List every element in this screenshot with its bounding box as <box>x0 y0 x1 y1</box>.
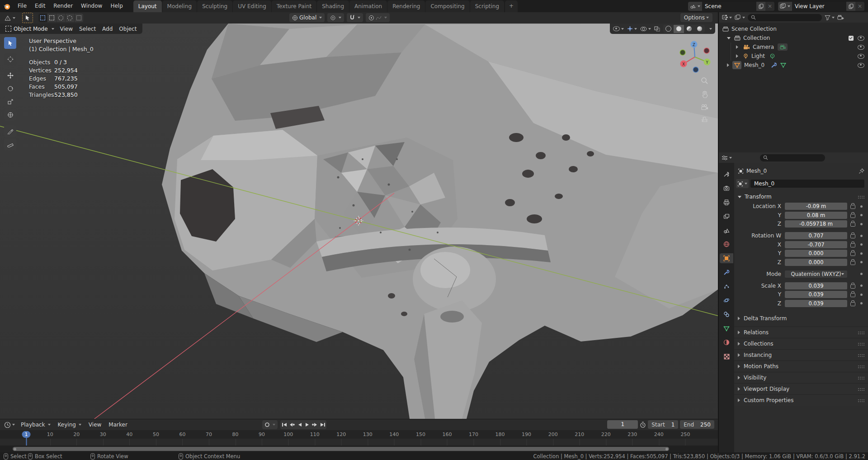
view-layer-browse-button[interactable] <box>778 2 792 11</box>
pan-hand-button[interactable] <box>701 90 708 98</box>
light-data-icon[interactable] <box>769 53 775 59</box>
camera-data-icon[interactable] <box>778 43 788 51</box>
navigation-gizmo[interactable]: X Y Z <box>673 36 714 78</box>
panel-grip-icon[interactable] <box>858 195 864 199</box>
tool-cursor[interactable] <box>4 53 16 65</box>
properties-section[interactable]: Delta Transform <box>734 313 868 324</box>
lock-icon[interactable] <box>850 261 855 265</box>
proportional-editing-dropdown[interactable] <box>366 13 390 22</box>
lock-icon[interactable] <box>850 302 855 306</box>
add-workspace-button[interactable]: + <box>505 0 518 12</box>
timeline-menu-item[interactable]: Marker <box>105 422 131 428</box>
tab-tool[interactable] <box>720 169 733 179</box>
shading-options-dropdown[interactable] <box>709 28 712 30</box>
scene-unlink-button[interactable]: ✕ <box>765 2 774 11</box>
tool-scale[interactable] <box>4 96 16 108</box>
menu-item[interactable]: File <box>14 0 31 12</box>
tab-object[interactable] <box>720 253 733 263</box>
tab-view-layer[interactable] <box>720 211 733 221</box>
disclosure-closed-icon[interactable] <box>736 54 738 58</box>
transform-panel-header[interactable]: Transform <box>734 192 868 202</box>
outliner-display-mode-dropdown[interactable] <box>735 14 745 20</box>
mode-dropdown[interactable]: Object Mode <box>4 26 56 32</box>
viewport-menu-item[interactable]: Object <box>116 26 140 32</box>
animate-dot[interactable] <box>860 273 863 275</box>
tab-scene[interactable] <box>720 225 733 235</box>
workspace-tab[interactable]: Layout <box>133 0 162 12</box>
tool-select-box[interactable] <box>4 37 16 49</box>
tool-measure[interactable] <box>4 138 16 150</box>
value-field[interactable]: -0.09 m <box>785 203 847 210</box>
editor-type-outliner-icon[interactable] <box>722 14 732 20</box>
disclosure-closed-icon[interactable] <box>727 63 729 67</box>
disclosure-closed-icon[interactable] <box>736 45 738 49</box>
new-collection-button[interactable] <box>837 14 844 20</box>
use-preview-range-icon[interactable] <box>640 422 646 428</box>
overlays-dropdown[interactable] <box>640 26 651 32</box>
workspace-tab[interactable]: Shading <box>317 0 349 12</box>
viewport-menu-item[interactable]: View <box>57 26 76 32</box>
3d-viewport[interactable]: Object Mode ViewSelectAddObject <box>0 24 718 419</box>
hide-eye-icon[interactable] <box>858 45 864 50</box>
lock-icon[interactable] <box>850 252 855 256</box>
menu-item[interactable]: Window <box>77 0 106 12</box>
snap-toggle-dropdown[interactable] <box>347 13 363 22</box>
gizmos-dropdown[interactable] <box>627 26 637 32</box>
jump-to-end-button[interactable] <box>319 420 326 429</box>
value-field[interactable]: 0.08 m <box>785 212 847 219</box>
properties-section[interactable]: Viewport Display <box>734 383 868 394</box>
auto-keying-toggle[interactable] <box>262 420 278 429</box>
menu-item[interactable]: Edit <box>31 0 49 12</box>
select-mode-circle-button[interactable] <box>57 14 66 22</box>
value-field[interactable]: Quaternion (WXYZ) <box>785 270 847 278</box>
lock-icon[interactable] <box>850 234 855 238</box>
panel-grip-icon[interactable] <box>858 365 864 368</box>
options-dropdown[interactable]: Options <box>680 13 712 22</box>
workspace-tab[interactable]: UV Editing <box>233 0 271 12</box>
lock-icon[interactable] <box>850 205 855 209</box>
filter-dropdown[interactable] <box>825 15 835 20</box>
lock-icon[interactable] <box>850 214 855 218</box>
breadcrumb-object-name[interactable]: Mesh_0 <box>746 168 767 174</box>
animate-dot[interactable] <box>860 261 863 263</box>
workspace-tab[interactable]: Rendering <box>387 0 425 12</box>
collection-checkbox[interactable] <box>849 36 854 41</box>
tab-world[interactable] <box>720 239 733 249</box>
transform-orientation-dropdown[interactable]: Global <box>289 13 325 22</box>
workspace-tab[interactable]: Animation <box>349 0 387 12</box>
outliner-row-scene-collection[interactable]: Scene Collection <box>719 24 868 33</box>
timeline-menu-item[interactable]: Keying <box>54 422 85 428</box>
select-mode-box-button[interactable] <box>47 14 57 22</box>
shading-wireframe-button[interactable] <box>663 25 674 33</box>
workspace-tab[interactable]: Modeling <box>162 0 197 12</box>
panel-grip-icon[interactable] <box>858 388 864 391</box>
object-id-icon[interactable] <box>736 179 749 188</box>
outliner-row-collection[interactable]: Collection <box>719 33 868 43</box>
hide-eye-icon[interactable] <box>858 36 864 41</box>
horizontal-scrollbar[interactable] <box>13 447 669 451</box>
tab-particles[interactable] <box>720 281 733 291</box>
editor-type-properties-icon[interactable] <box>722 155 732 161</box>
shading-material-button[interactable] <box>684 25 694 33</box>
object-name-field[interactable]: Mesh_0 <box>750 180 864 188</box>
properties-search-input[interactable] <box>760 154 825 161</box>
zoom-button[interactable] <box>701 77 708 85</box>
previous-keyframe-button[interactable] <box>288 420 296 429</box>
value-field[interactable]: -0.707 <box>785 241 847 248</box>
value-field[interactable]: -0.059718 m <box>785 220 847 228</box>
lock-icon[interactable] <box>850 223 855 227</box>
mesh-data-icon[interactable] <box>780 62 786 68</box>
jump-to-start-button[interactable] <box>280 420 288 429</box>
tab-object-data[interactable] <box>720 323 733 333</box>
perspective-toggle-button[interactable] <box>701 116 708 123</box>
animate-dot[interactable] <box>860 235 863 237</box>
animate-dot[interactable] <box>860 214 863 216</box>
panel-grip-icon[interactable] <box>858 399 864 402</box>
scene-browse-button[interactable] <box>688 2 702 11</box>
next-keyframe-button[interactable] <box>311 420 319 429</box>
menu-item[interactable]: Help <box>106 0 127 12</box>
shading-solid-button[interactable] <box>674 25 684 33</box>
tool-transform[interactable] <box>4 109 16 121</box>
value-field[interactable]: 0.039 <box>785 300 847 307</box>
animate-dot[interactable] <box>860 294 863 296</box>
